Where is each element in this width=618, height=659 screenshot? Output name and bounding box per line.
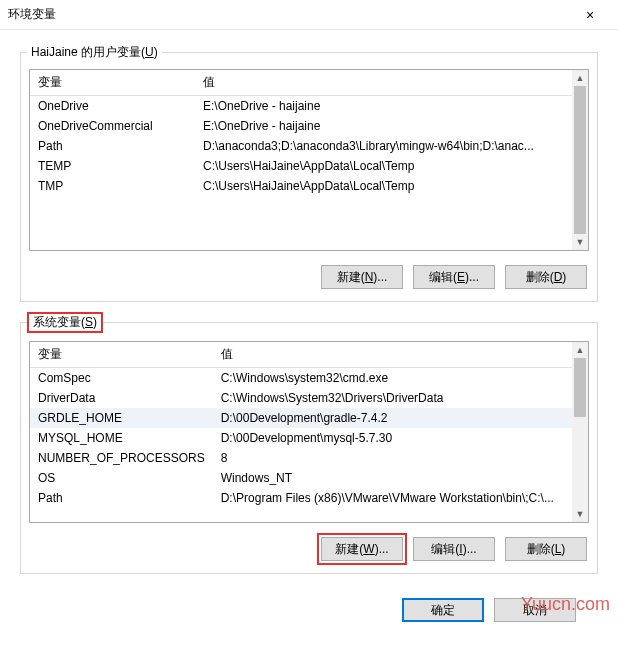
system-buttons-row: 新建(W)... 编辑(I)... 删除(L): [21, 531, 597, 573]
table-row[interactable]: PathD:\Program Files (x86)\VMware\VMware…: [30, 488, 588, 508]
scroll-down-icon[interactable]: ▼: [572, 506, 588, 522]
user-new-button[interactable]: 新建(N)...: [321, 265, 403, 289]
window-title: 环境变量: [8, 6, 570, 23]
system-variables-legend: 系统变量(S): [27, 312, 103, 333]
ok-button[interactable]: 确定: [402, 598, 484, 622]
table-row[interactable]: TEMPC:\Users\HaiJaine\AppData\Local\Temp: [30, 156, 588, 176]
table-row[interactable]: OneDriveE:\OneDrive - haijaine: [30, 96, 588, 117]
scrollbar[interactable]: ▲ ▼: [572, 70, 588, 250]
scrollbar[interactable]: ▲ ▼: [572, 342, 588, 522]
scroll-thumb[interactable]: [574, 358, 586, 417]
system-delete-button[interactable]: 删除(L): [505, 537, 587, 561]
title-bar: 环境变量 ×: [0, 0, 618, 30]
table-row[interactable]: MYSQL_HOMED:\00Development\mysql-5.7.30: [30, 428, 588, 448]
col-value[interactable]: 值: [195, 70, 588, 96]
scroll-down-icon[interactable]: ▼: [572, 234, 588, 250]
user-variables-group: HaiJaine 的用户变量(U) 变量 值 OneDriveE:\OneDri…: [20, 44, 598, 302]
user-edit-button[interactable]: 编辑(E)...: [413, 265, 495, 289]
system-variables-table[interactable]: 变量 值 ComSpecC:\Windows\system32\cmd.exe …: [30, 342, 588, 508]
table-row[interactable]: PathD:\anaconda3;D:\anaconda3\Library\mi…: [30, 136, 588, 156]
scroll-thumb[interactable]: [574, 86, 586, 234]
scroll-up-icon[interactable]: ▲: [572, 70, 588, 86]
col-value[interactable]: 值: [213, 342, 588, 368]
close-icon[interactable]: ×: [570, 7, 610, 23]
table-row[interactable]: OSWindows_NT: [30, 468, 588, 488]
user-variables-table-wrap: 变量 值 OneDriveE:\OneDrive - haijaine OneD…: [29, 69, 589, 251]
table-row[interactable]: OneDriveCommercialE:\OneDrive - haijaine: [30, 116, 588, 136]
table-row[interactable]: TMPC:\Users\HaiJaine\AppData\Local\Temp: [30, 176, 588, 196]
scroll-track[interactable]: [572, 358, 588, 506]
system-edit-button[interactable]: 编辑(I)...: [413, 537, 495, 561]
col-name[interactable]: 变量: [30, 70, 195, 96]
table-row[interactable]: GRDLE_HOMED:\00Development\gradle-7.4.2: [30, 408, 588, 428]
scroll-track[interactable]: [572, 86, 588, 234]
scroll-up-icon[interactable]: ▲: [572, 342, 588, 358]
table-row[interactable]: DriverDataC:\Windows\System32\Drivers\Dr…: [30, 388, 588, 408]
system-variables-table-wrap: 变量 值 ComSpecC:\Windows\system32\cmd.exe …: [29, 341, 589, 523]
system-variables-group: 系统变量(S) 变量 值 ComSpecC:\Windows\system32\…: [20, 312, 598, 574]
user-delete-button[interactable]: 删除(D): [505, 265, 587, 289]
user-variables-legend: HaiJaine 的用户变量(U): [27, 44, 162, 61]
col-name[interactable]: 变量: [30, 342, 213, 368]
user-variables-table[interactable]: 变量 值 OneDriveE:\OneDrive - haijaine OneD…: [30, 70, 588, 196]
user-buttons-row: 新建(N)... 编辑(E)... 删除(D): [21, 259, 597, 301]
system-new-button[interactable]: 新建(W)...: [321, 537, 403, 561]
table-row[interactable]: NUMBER_OF_PROCESSORS8: [30, 448, 588, 468]
table-row[interactable]: ComSpecC:\Windows\system32\cmd.exe: [30, 368, 588, 389]
dialog-buttons-row: 确定 取消: [20, 584, 598, 622]
cancel-button[interactable]: 取消: [494, 598, 576, 622]
dialog-content: HaiJaine 的用户变量(U) 变量 值 OneDriveE:\OneDri…: [0, 30, 618, 630]
